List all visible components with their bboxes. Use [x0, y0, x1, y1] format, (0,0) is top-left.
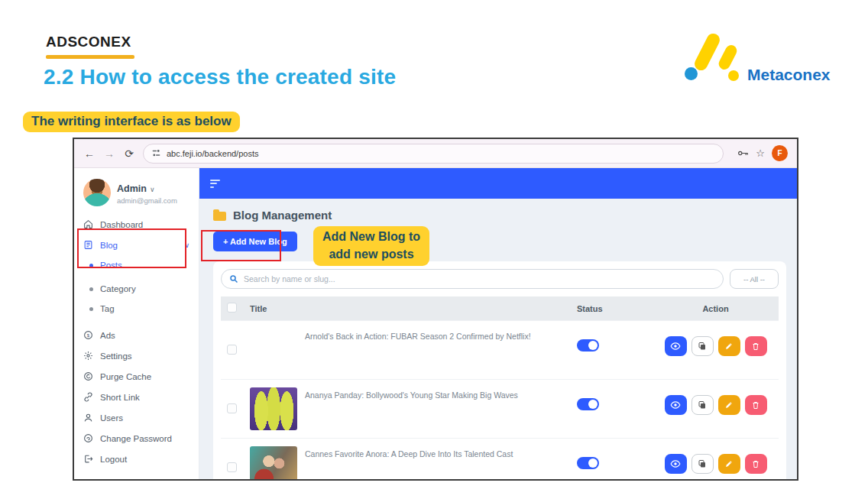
password-key-icon[interactable]: [737, 149, 749, 157]
status-toggle[interactable]: [577, 398, 599, 410]
back-icon[interactable]: ←: [83, 147, 96, 160]
url-text: abc.feji.io/backend/posts: [167, 149, 258, 158]
folder-icon: [213, 212, 226, 221]
view-button[interactable]: [665, 395, 687, 415]
highlight-note: The writing interface is as below: [23, 112, 240, 132]
blog-table-card: -- All -- Title Status Action: [213, 261, 786, 481]
logo-dot-icon: [728, 70, 739, 81]
sidebar-item-change-password[interactable]: Change Password: [74, 428, 199, 449]
table-row: Arnold's Back in Action: FUBAR Season 2 …: [221, 321, 779, 380]
toggle-knob: [588, 341, 598, 350]
copy-button[interactable]: [691, 395, 714, 415]
user-profile[interactable]: Admin∨ admin@gmail.com: [74, 177, 199, 214]
admin-app: Admin∨ admin@gmail.com Dashboard Blog ∨: [74, 168, 797, 481]
annotation-line1: Add New Blog to: [322, 228, 420, 245]
row-checkbox[interactable]: [227, 462, 237, 472]
row-checkbox[interactable]: [227, 403, 237, 413]
user-name: Admin: [117, 183, 147, 194]
forward-icon[interactable]: →: [103, 147, 115, 160]
status-toggle[interactable]: [577, 339, 599, 352]
add-new-blog-button[interactable]: + Add New Blog: [213, 232, 297, 251]
sidebar-item-ads[interactable]: $ Ads: [74, 325, 199, 345]
post-thumbnail: [250, 446, 297, 481]
bullet-icon: [89, 287, 93, 291]
sidebar-menu: Dashboard Blog ∨ Posts Category: [74, 214, 199, 469]
search-icon: [229, 274, 238, 284]
toggle-knob: [588, 458, 598, 468]
sidebar-item-dashboard[interactable]: Dashboard: [74, 214, 199, 235]
adsconex-logo: ADSCONEX: [46, 34, 131, 50]
user-email: admin@gmail.com: [117, 196, 177, 205]
logo-slash-icon: [717, 43, 739, 71]
chevron-down-icon: ∨: [150, 186, 155, 193]
toggle-knob: [588, 400, 598, 409]
post-title: Arnold's Back in Action: FUBAR Season 2 …: [305, 329, 531, 371]
delete-button[interactable]: [745, 395, 767, 415]
bookmark-star-icon[interactable]: ☆: [756, 147, 765, 159]
logo-dot-icon: [685, 67, 698, 80]
content-inner: Blog Management + Add New Blog -- All --: [199, 199, 797, 481]
column-status: Status: [572, 296, 653, 321]
toolbar-right: ☆ F: [737, 145, 788, 161]
view-button[interactable]: [665, 336, 687, 356]
post-title: Cannes Favorite Anora: A Deep Dive Into …: [305, 446, 513, 481]
avatar: [83, 179, 111, 206]
blog-icon: [83, 240, 93, 250]
column-title: Title: [245, 296, 572, 321]
sidebar-item-short-link[interactable]: Short Link: [74, 387, 199, 407]
link-icon: [83, 392, 93, 402]
main-content: Blog Management + Add New Blog -- All --: [199, 168, 797, 481]
filter-dropdown[interactable]: -- All --: [730, 269, 779, 289]
copy-button[interactable]: [691, 336, 714, 356]
table-row: Cannes Favorite Anora: A Deep Dive Into …: [221, 439, 779, 481]
delete-button[interactable]: [745, 336, 767, 356]
sidebar-item-posts[interactable]: Posts: [74, 255, 199, 275]
metaconex-logo-text: Metaconex: [747, 66, 831, 84]
column-action: Action: [653, 296, 779, 321]
section-heading: 2.2 How to access the created site: [44, 65, 396, 89]
status-toggle[interactable]: [577, 457, 599, 469]
bullet-icon: [89, 264, 93, 267]
app-topbar: [199, 168, 797, 199]
search-box: [221, 269, 724, 289]
select-all-checkbox[interactable]: [227, 303, 237, 313]
sidebar: Admin∨ admin@gmail.com Dashboard Blog ∨: [74, 168, 199, 481]
edit-button[interactable]: [718, 336, 740, 356]
filter-row: -- All --: [221, 269, 779, 289]
bullet-icon: [89, 307, 93, 311]
table-header-row: Title Status Action: [221, 296, 779, 321]
hamburger-icon[interactable]: [210, 180, 220, 188]
browser-profile-avatar[interactable]: F: [772, 145, 788, 161]
sidebar-item-tag[interactable]: Tag: [74, 299, 199, 319]
site-settings-icon: [151, 148, 161, 158]
delete-button[interactable]: [745, 454, 767, 474]
address-bar[interactable]: abc.feji.io/backend/posts: [143, 144, 724, 164]
sidebar-item-logout[interactable]: Logout: [74, 449, 199, 469]
copy-button[interactable]: [691, 454, 714, 474]
sidebar-item-users[interactable]: Users: [74, 407, 199, 428]
edit-button[interactable]: [718, 454, 740, 474]
metaconex-logo: Metaconex: [682, 32, 847, 84]
user-icon: [83, 413, 93, 423]
edit-button[interactable]: [718, 395, 740, 415]
post-thumbnail: [250, 329, 297, 371]
annotation-callout: Add New Blog to add new posts: [313, 226, 429, 266]
page-head: Blog Management: [213, 209, 786, 222]
row-checkbox[interactable]: [227, 345, 237, 355]
view-button[interactable]: [665, 454, 687, 474]
browser-toolbar: ← → ⟳ abc.feji.io/backend/posts ☆ F: [74, 139, 797, 168]
dollar-icon: $: [83, 330, 93, 340]
refresh-icon[interactable]: ⟳: [123, 147, 135, 160]
gear-icon: [83, 351, 93, 361]
annotation-line2: add new posts: [322, 245, 420, 263]
svg-text:$: $: [87, 333, 90, 338]
post-title: Ananya Panday: Bollywood's Young Star Ma…: [305, 387, 518, 430]
table-row: Ananya Panday: Bollywood's Young Star Ma…: [221, 380, 779, 439]
page: ADSCONEX 2.2 How to access the created s…: [0, 0, 868, 486]
refresh-icon: [83, 371, 93, 381]
sidebar-item-settings[interactable]: Settings: [74, 345, 199, 366]
search-input[interactable]: [244, 274, 715, 284]
sidebar-item-blog[interactable]: Blog ∨: [74, 235, 199, 255]
sidebar-item-category[interactable]: Category: [74, 279, 199, 299]
sidebar-item-purge-cache[interactable]: Purge Cache: [74, 366, 199, 387]
